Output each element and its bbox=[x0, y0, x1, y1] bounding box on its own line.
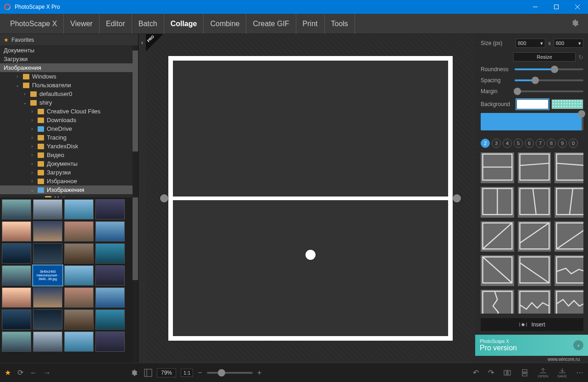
background-opacity-slider[interactable] bbox=[481, 113, 583, 130]
zoom-level[interactable]: 79% bbox=[157, 368, 176, 377]
thumbnail[interactable] bbox=[2, 331, 31, 352]
layout-template[interactable] bbox=[481, 221, 514, 252]
maximize-button[interactable] bbox=[546, 0, 567, 14]
folder-item[interactable]: ›Загрузки bbox=[0, 168, 138, 177]
count-tab-3[interactable]: 3 bbox=[492, 139, 501, 148]
thumbnail[interactable] bbox=[33, 243, 62, 264]
thumbnail[interactable] bbox=[64, 331, 94, 352]
count-tab-4[interactable]: 4 bbox=[503, 139, 512, 148]
close-button[interactable] bbox=[567, 0, 588, 14]
count-tab-0[interactable]: 0 bbox=[569, 139, 578, 148]
nav-forward-icon[interactable]: → bbox=[44, 369, 51, 377]
layout-template[interactable] bbox=[555, 255, 583, 286]
tab-print[interactable]: Print bbox=[296, 14, 325, 34]
thumbnail[interactable] bbox=[2, 221, 31, 242]
thumbnail[interactable] bbox=[95, 221, 125, 242]
folder-item[interactable]: ›Tracing bbox=[0, 133, 138, 142]
layout-template[interactable] bbox=[481, 187, 514, 218]
spacing-slider[interactable] bbox=[515, 79, 583, 81]
rotate-left-icon[interactable]: ↶ bbox=[473, 368, 479, 377]
roundness-slider[interactable] bbox=[515, 68, 583, 70]
thumbnail[interactable] bbox=[95, 243, 125, 264]
thumbnail[interactable] bbox=[95, 331, 125, 352]
count-tab-8[interactable]: 8 bbox=[547, 139, 556, 148]
folder-item[interactable]: ⌄Изображения bbox=[0, 185, 138, 194]
layout-template[interactable] bbox=[481, 152, 514, 183]
folder-item[interactable]: ›Документы bbox=[0, 159, 138, 168]
folder-documents[interactable]: Документы bbox=[0, 46, 138, 55]
tab-viewer[interactable]: Viewer bbox=[64, 14, 100, 34]
thumbnail[interactable] bbox=[2, 265, 31, 286]
save-button[interactable]: SAVE bbox=[557, 367, 567, 378]
thumbnail[interactable] bbox=[33, 199, 62, 219]
redo-icon[interactable]: ↻ bbox=[578, 54, 583, 61]
nav-back-icon[interactable]: ← bbox=[30, 369, 37, 377]
thumbnail[interactable] bbox=[95, 199, 125, 219]
folder-item[interactable]: ›Downloads bbox=[0, 116, 138, 124]
resize-handle-left[interactable] bbox=[160, 194, 168, 202]
size-height-select[interactable]: 800▾ bbox=[554, 39, 583, 48]
more-icon[interactable]: ⋯ bbox=[576, 368, 583, 377]
flip-vertical-icon[interactable] bbox=[521, 369, 529, 377]
layout-template[interactable] bbox=[481, 290, 514, 314]
thumbnail[interactable] bbox=[64, 287, 94, 308]
tab-editor[interactable]: Editor bbox=[100, 14, 132, 34]
folder-item[interactable]: ›defaultuser0 bbox=[0, 90, 138, 98]
rotate-right-icon[interactable]: ↷ bbox=[488, 368, 494, 377]
layout-template[interactable] bbox=[555, 152, 583, 183]
thumbnail[interactable] bbox=[95, 287, 125, 308]
folder-item[interactable]: ›Избранное bbox=[0, 177, 138, 185]
thumbnail[interactable] bbox=[33, 287, 62, 308]
folder-item[interactable]: ⌄Пользователи bbox=[0, 81, 138, 90]
thumbnail[interactable] bbox=[95, 309, 125, 330]
tab-photoscape-x[interactable]: PhotoScape X bbox=[4, 14, 64, 34]
flip-horizontal-icon[interactable] bbox=[503, 369, 511, 377]
layout-template[interactable] bbox=[555, 187, 583, 218]
open-button[interactable]: OPEN bbox=[538, 367, 549, 378]
canvas-area[interactable]: PRO bbox=[146, 34, 475, 363]
thumbnail[interactable] bbox=[33, 309, 62, 330]
folder-item[interactable]: ›YandexDisk bbox=[0, 142, 138, 151]
resize-button[interactable]: Resize bbox=[513, 52, 576, 62]
layout-template[interactable] bbox=[555, 290, 583, 314]
folder-item[interactable]: ⌄shiry bbox=[0, 98, 138, 107]
minimize-button[interactable] bbox=[525, 0, 546, 14]
tab-create-gif[interactable]: Create GIF bbox=[246, 14, 296, 34]
background-swatch-pattern[interactable] bbox=[551, 99, 583, 109]
thumbnail[interactable] bbox=[95, 265, 125, 286]
count-tab-6[interactable]: 6 bbox=[525, 139, 534, 148]
tab-tools[interactable]: Tools bbox=[325, 14, 355, 34]
thumbnail[interactable] bbox=[64, 221, 94, 242]
layout-template[interactable] bbox=[481, 255, 514, 286]
pan-handle-center[interactable] bbox=[305, 250, 316, 260]
folder-item[interactable]: ›Windows bbox=[0, 72, 138, 81]
layout-template[interactable] bbox=[518, 187, 551, 218]
layout-template[interactable] bbox=[518, 221, 551, 252]
folder-images[interactable]: Изображения bbox=[0, 63, 138, 72]
folder-item[interactable]: ›Creative Cloud Files bbox=[0, 107, 138, 116]
layout-template[interactable] bbox=[518, 152, 551, 183]
tab-combine[interactable]: Combine bbox=[204, 14, 246, 34]
background-swatch-white[interactable] bbox=[516, 99, 549, 109]
collage-frame[interactable] bbox=[168, 56, 453, 341]
folder-item[interactable]: ›Видео bbox=[0, 151, 138, 159]
zoom-slider[interactable] bbox=[207, 372, 253, 374]
folder-item[interactable]: ›Matisse bbox=[0, 194, 138, 197]
thumbnail[interactable] bbox=[33, 331, 62, 352]
margin-slider[interactable] bbox=[515, 90, 583, 92]
favorite-star-icon[interactable]: ★ bbox=[5, 368, 11, 377]
zoom-in-icon[interactable]: + bbox=[257, 369, 261, 377]
thumbnail[interactable] bbox=[33, 221, 62, 242]
insert-button[interactable]: ⁝★⁝ Insert bbox=[481, 318, 583, 331]
collage-cell-top[interactable] bbox=[173, 61, 448, 197]
collage-cell-bottom[interactable] bbox=[173, 200, 448, 336]
collapse-left-panel[interactable]: ‹ bbox=[139, 34, 146, 363]
thumbnail-scrollbar[interactable] bbox=[133, 197, 138, 363]
thumbnail[interactable] bbox=[64, 199, 94, 219]
count-tab-9[interactable]: 9 bbox=[558, 139, 567, 148]
tab-collage[interactable]: Collage bbox=[164, 14, 204, 34]
thumbnail[interactable] bbox=[64, 265, 94, 286]
count-tab-7[interactable]: 7 bbox=[536, 139, 545, 148]
folder-item[interactable]: ›OneDrive bbox=[0, 124, 138, 133]
refresh-icon[interactable]: ⟳ bbox=[17, 368, 23, 377]
